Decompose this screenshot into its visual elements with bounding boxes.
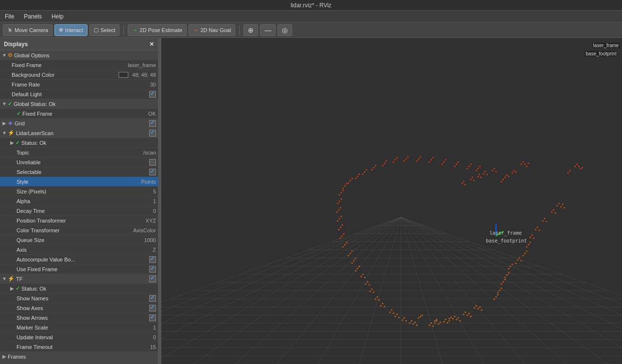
fixed-frame-status-value: OK: [148, 111, 156, 117]
toolbar-extra-2[interactable]: —: [260, 24, 276, 36]
topic-row[interactable]: Topic /scan: [0, 148, 158, 157]
axis-row[interactable]: Axis Z: [0, 245, 158, 255]
default-light-checkbox[interactable]: [149, 91, 156, 98]
lidar-status-row: ▶ ✓ Status: Ok: [0, 138, 158, 148]
frame-timeout-label: Frame Timeout: [17, 344, 148, 350]
alpha-label: Alpha: [17, 198, 151, 204]
selectable-row[interactable]: Selectable: [0, 167, 158, 177]
toolbar-separator-1: [123, 25, 124, 35]
color-transformer-value: AxisColor: [133, 227, 156, 233]
frame-rate-value: 30: [150, 82, 156, 87]
nav-goal-button[interactable]: → 2D Nav Goal: [189, 24, 235, 36]
show-names-row[interactable]: Show Names: [0, 294, 158, 303]
lidar-laser-scan-row[interactable]: ▼ ⚡ LidarLaserScan: [0, 128, 158, 138]
default-light-row[interactable]: Default Light: [0, 89, 158, 99]
fixed-frame-value: laser_frame: [128, 62, 156, 68]
grid-label: Grid: [15, 121, 149, 126]
decay-time-value: 0: [153, 208, 156, 214]
displays-panel-title: Displays: [4, 41, 28, 48]
base-footprint-label: base_footprint: [585, 51, 617, 56]
update-interval-value: 0: [153, 334, 156, 340]
global-options-icon: ⚙: [8, 52, 13, 58]
unreliable-row[interactable]: Unreliable: [0, 157, 158, 167]
position-transformer-row[interactable]: Position Transformer XYZ: [0, 216, 158, 225]
show-axes-label: Show Axes: [17, 305, 149, 311]
autocompute-row[interactable]: Autocompute Value Bo...: [0, 255, 158, 264]
displays-panel-close[interactable]: ✕: [149, 41, 154, 48]
toolbar-extra-3[interactable]: ◎: [277, 24, 292, 36]
grid-checkbox[interactable]: [149, 120, 156, 127]
toolbar: 🖱 Move Camera ⊕ Interact ▢ Select → 2D P…: [0, 22, 622, 38]
use-fixed-frame-checkbox[interactable]: [149, 266, 156, 273]
background-color-row[interactable]: Background Color 48; 48; 48: [0, 70, 158, 80]
unreliable-label: Unreliable: [17, 159, 149, 165]
queue-size-value: 1000: [144, 237, 156, 243]
style-label: Style: [17, 179, 139, 185]
decay-time-label: Decay Time: [17, 208, 151, 214]
frames-row[interactable]: ▶ Frames: [0, 352, 158, 362]
show-names-checkbox[interactable]: [149, 295, 156, 302]
selectable-checkbox[interactable]: [149, 169, 156, 175]
frame-rate-label: Frame Rate: [12, 82, 148, 87]
tree-panel[interactable]: ▼ ⚙ Global Options Fixed Frame laser_fra…: [0, 51, 158, 364]
menubar: File Panels Help: [0, 11, 622, 22]
global-status-row[interactable]: ▼ ✓ Global Status: Ok: [0, 99, 158, 109]
grid-canvas: [161, 38, 622, 364]
titlebar: lidar.rviz* - RViz: [0, 0, 622, 11]
tf-row[interactable]: ▼ ⚡ TF: [0, 274, 158, 284]
size-pixels-row[interactable]: Size (Pixels) 5: [0, 187, 158, 196]
style-value: Points: [141, 179, 156, 185]
queue-size-row[interactable]: Queue Size 1000: [0, 235, 158, 245]
style-row[interactable]: Style Points: [0, 177, 158, 187]
lidar-status-label: Status: Ok: [21, 140, 156, 146]
autocompute-checkbox[interactable]: [149, 256, 156, 263]
global-options-row[interactable]: ▼ ⚙ Global Options: [0, 51, 158, 60]
fixed-frame-row[interactable]: Fixed Frame laser_frame: [0, 60, 158, 70]
tf-checkbox[interactable]: [149, 276, 156, 282]
update-interval-row[interactable]: Update Interval 0: [0, 332, 158, 342]
window-title: lidar.rviz* - RViz: [291, 2, 331, 9]
show-arrows-checkbox[interactable]: [149, 314, 156, 321]
show-axes-row[interactable]: Show Axes: [0, 303, 158, 313]
lidar-checkbox[interactable]: [149, 130, 156, 137]
lidar-label: LidarLaserScan: [16, 130, 149, 136]
fixed-frame-status-row: ✓ Fixed Frame OK: [0, 109, 158, 119]
menu-panels[interactable]: Panels: [21, 12, 45, 21]
use-fixed-frame-row[interactable]: Use Fixed Frame: [0, 264, 158, 274]
frame-timeout-row[interactable]: Frame Timeout 15: [0, 342, 158, 352]
interact-button[interactable]: ⊕ Interact: [54, 24, 87, 36]
use-fixed-frame-label: Use Fixed Frame: [17, 266, 149, 272]
fixed-frame-status-label: Fixed Frame: [22, 111, 146, 117]
default-light-label: Default Light: [12, 91, 149, 97]
grid-row[interactable]: ▶ 👁 Grid: [0, 119, 158, 128]
size-pixels-label: Size (Pixels): [17, 189, 151, 194]
global-status-label: Global Status: Ok: [14, 101, 156, 107]
tf-status-icon: ✓: [16, 285, 20, 292]
tf-status-arrow: ▶: [10, 286, 15, 291]
tree-row[interactable]: ▶ Tree: [0, 362, 158, 364]
move-camera-icon: 🖱: [7, 27, 13, 33]
pose-estimate-button[interactable]: → 2D Pose Estimate: [128, 24, 187, 36]
marker-scale-row[interactable]: Marker Scale 1: [0, 323, 158, 332]
tf-arrow: ▼: [2, 276, 7, 281]
show-axes-checkbox[interactable]: [149, 305, 156, 312]
menu-file[interactable]: File: [2, 12, 17, 21]
move-camera-button[interactable]: 🖱 Move Camera: [3, 24, 52, 36]
frame-rate-row[interactable]: Frame Rate 30: [0, 80, 158, 89]
menu-help[interactable]: Help: [49, 12, 67, 21]
color-transformer-row[interactable]: Color Transformer AxisColor: [0, 225, 158, 235]
alpha-row[interactable]: Alpha 1: [0, 196, 158, 206]
nav-goal-icon: →: [193, 27, 198, 33]
background-color-label: Background Color: [12, 72, 119, 78]
global-options-label: Global Options: [14, 52, 156, 58]
tf-status-label: Status: Ok: [21, 286, 156, 292]
lidar-arrow: ▼: [2, 130, 7, 136]
tf-status-row: ▶ ✓ Status: Ok: [0, 284, 158, 294]
pose-estimate-icon: →: [132, 27, 138, 33]
unreliable-checkbox[interactable]: [149, 159, 156, 166]
3d-viewport[interactable]: laser_frame base_footprint: [161, 38, 622, 364]
select-button[interactable]: ▢ Select: [89, 24, 120, 36]
decay-time-row[interactable]: Decay Time 0: [0, 206, 158, 216]
toolbar-extra-1[interactable]: ⊕: [243, 24, 258, 36]
show-arrows-row[interactable]: Show Arrows: [0, 313, 158, 323]
